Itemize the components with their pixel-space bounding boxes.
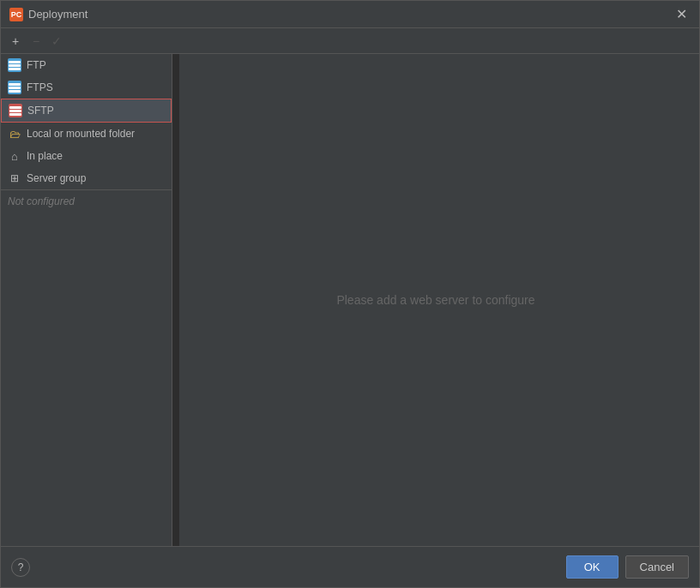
- app-icon: PC: [9, 8, 23, 21]
- close-button[interactable]: ✕: [673, 8, 691, 21]
- sftp-icon: [9, 104, 22, 117]
- ftps-icon: [8, 81, 21, 94]
- confirm-button[interactable]: ✓: [47, 32, 66, 51]
- menu-item-local[interactable]: 🗁 Local or mounted folder: [1, 123, 172, 145]
- footer: ? OK Cancel: [1, 546, 699, 587]
- title-bar: PC Deployment ✕: [1, 1, 699, 28]
- grid-icon: ⊞: [8, 171, 21, 185]
- cancel-button[interactable]: Cancel: [625, 555, 689, 579]
- add-button[interactable]: +: [6, 32, 25, 51]
- menu-item-sftp[interactable]: SFTP: [1, 99, 172, 123]
- menu-list: FTP FTPS: [1, 54, 172, 190]
- dialog-title: Deployment: [28, 8, 673, 21]
- menu-item-inplace[interactable]: ⌂ In place: [1, 145, 172, 167]
- not-configured-label: Not configured: [1, 190, 172, 213]
- ftp-icon: [8, 58, 21, 72]
- menu-item-servergroup[interactable]: ⊞ Server group: [1, 167, 172, 189]
- deployment-dialog: PC Deployment ✕ + − ✓: [0, 0, 700, 588]
- toolbar: + − ✓: [1, 28, 699, 54]
- placeholder-message: Please add a web server to configure: [336, 293, 534, 307]
- help-button[interactable]: ?: [11, 558, 30, 577]
- ok-button[interactable]: OK: [566, 555, 619, 579]
- left-panel: FTP FTPS: [1, 54, 172, 546]
- menu-item-ftp[interactable]: FTP: [1, 54, 172, 76]
- home-icon: ⌂: [8, 149, 21, 163]
- footer-buttons: OK Cancel: [566, 555, 689, 579]
- menu-item-ftps[interactable]: FTPS: [1, 76, 172, 99]
- remove-button[interactable]: −: [27, 32, 45, 51]
- bg-strip: [172, 54, 179, 546]
- right-panel: Please add a web server to configure: [172, 54, 699, 546]
- folder-icon: 🗁: [8, 127, 21, 141]
- content-area: FTP FTPS: [1, 54, 699, 546]
